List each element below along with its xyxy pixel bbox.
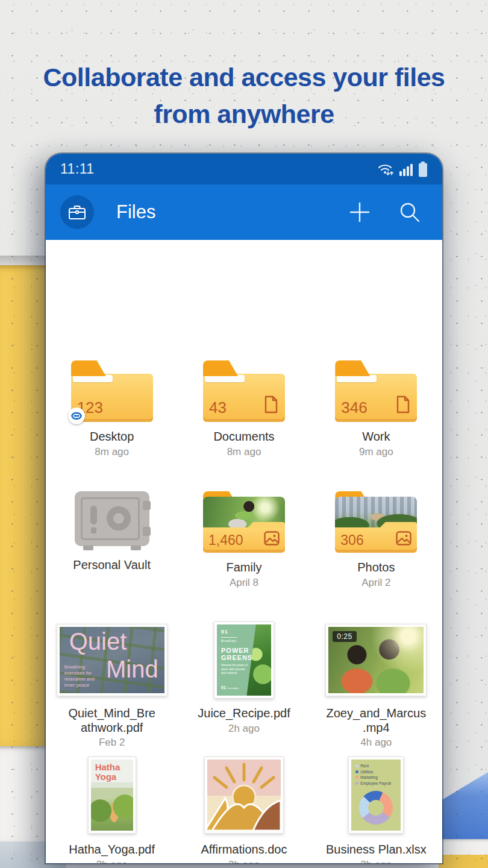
phone-frame: 11:11 (46, 154, 442, 863)
thumb-text: Breakfast (221, 639, 271, 643)
folder-tile-documents[interactable]: 43 Documents 8m ago (178, 360, 310, 458)
folder-name: Work (325, 430, 427, 444)
file-meta: 4h ago (360, 737, 392, 749)
background-paper-yellow-right (439, 855, 488, 868)
appbar-actions (349, 201, 428, 223)
folder-meta: 8m ago (227, 446, 261, 458)
status-bar: 11:11 (46, 154, 442, 184)
video-duration-badge: 0:25 (333, 631, 356, 642)
signal-icon (399, 162, 414, 177)
search-icon[interactable] (399, 201, 421, 223)
thumb-text: Cucumber (227, 687, 239, 690)
file-name: Affirmations.doc (193, 843, 295, 857)
background-paper-blue-right (439, 772, 488, 840)
folder-name: Photos (325, 561, 427, 575)
folder-name: Desktop (61, 430, 163, 444)
file-meta: 3h ago (228, 859, 260, 863)
file-tile-quiet-mind[interactable]: Quiet Mind Breathing exercises for relax… (46, 621, 178, 749)
folder-tile-work[interactable]: 346 Work 9m ago (310, 360, 442, 458)
file-grid: 123 Desktop 8m ago 43 (46, 240, 442, 863)
file-thumbnail: 0:25 (328, 627, 424, 693)
status-time: 11:11 (60, 161, 95, 177)
file-meta: 2h ago (228, 723, 260, 735)
legend-label: Employee Payroll (360, 781, 391, 785)
app-bar: Files (46, 184, 442, 240)
file-thumbnail: Rent Utilities Marketing Employee Payrol… (351, 760, 401, 831)
file-thumbnail: 01 Breakfast POWER GREENS Harness the po… (217, 624, 271, 696)
folder-tile-family[interactable]: 1,460 Family April 8 (178, 491, 310, 589)
thumb-text: 01 (221, 685, 226, 690)
folder-meta: 8m ago (95, 446, 129, 458)
file-tile-business-plan[interactable]: Rent Utilities Marketing Employee Payrol… (310, 755, 442, 863)
battery-icon (418, 162, 428, 177)
legend-label: Marketing (360, 775, 378, 779)
thumb-text: Hatha (95, 763, 120, 772)
account-button[interactable] (60, 195, 94, 229)
legend-label: Utilities (360, 770, 373, 774)
file-name: Juice_Recipe.pdf (193, 706, 295, 721)
photo-folder-icon: 1,460 (203, 491, 285, 553)
file-name: Hatha_Yoga.pdf (61, 843, 163, 857)
chart-legend: Rent Utilities Marketing Employee Payrol… (355, 764, 391, 787)
file-meta: 2h ago (96, 859, 128, 863)
document-icon (263, 395, 279, 416)
folder-item-count: 346 (341, 398, 367, 417)
folder-item-count: 43 (209, 398, 227, 417)
legend-label: Rent (360, 764, 369, 768)
folder-name: Family (193, 561, 295, 575)
thumb-text: GREENS (221, 654, 271, 661)
image-icon (396, 531, 411, 548)
thumb-text: Yoga (95, 772, 120, 782)
page-title: Files (116, 201, 155, 223)
hero-title: Collaborate and access your files from a… (33, 59, 455, 133)
file-thumbnail (207, 760, 281, 831)
file-name: Quiet_Mind_Breathwork.pdf (67, 706, 157, 735)
folder-item-count: 306 (340, 532, 363, 549)
photo-folder-icon: 306 (335, 491, 417, 553)
file-thumbnail: Hatha Yoga (91, 760, 133, 831)
background-paper-white-right (439, 839, 488, 855)
thumb-text: Quiet (69, 628, 127, 655)
document-icon (395, 395, 411, 416)
folder-item-count: 1,460 (208, 532, 243, 549)
thumb-text: Mind (106, 656, 158, 683)
sun-illustration (207, 760, 281, 831)
folder-tile-desktop[interactable]: 123 Desktop 8m ago (46, 360, 178, 458)
add-icon[interactable] (349, 201, 371, 223)
folder-name: Documents (193, 430, 295, 444)
folder-tile-personal-vault[interactable]: Personal Vault (46, 491, 178, 589)
folder-meta: April 8 (230, 577, 258, 589)
status-icons (377, 162, 428, 177)
file-tile-juice-recipe[interactable]: 01 Breakfast POWER GREENS Harness the po… (178, 621, 310, 749)
file-thumbnail: Quiet Mind Breathing exercises for relax… (60, 627, 164, 693)
file-name: Business Plan.xlsx (325, 843, 427, 857)
file-tile-zoey-video[interactable]: 0:25 Zoey_and_Marcus.mp4 4h ago (310, 621, 442, 749)
folder-icon: 43 (203, 360, 285, 422)
folder-meta: April 2 (361, 577, 390, 589)
folder-meta: 9m ago (359, 446, 393, 458)
file-tile-affirmations[interactable]: Affirmations.doc 3h ago (178, 755, 310, 863)
shared-link-icon (68, 407, 85, 424)
folder-tile-photos[interactable]: 306 Photos April 2 (310, 491, 442, 589)
vault-safe-icon (74, 491, 151, 550)
folder-icon: 346 (335, 360, 417, 422)
folder-icon: 123 (71, 360, 153, 422)
folder-name: Personal Vault (61, 558, 163, 573)
image-icon (264, 531, 280, 548)
file-meta: 2h ago (360, 859, 392, 863)
thumb-text: Harness the power of these vital mineral… (221, 664, 249, 675)
thumb-text: Breathing exercises for relaxation and i… (64, 664, 98, 688)
thumb-text: POWER (221, 647, 271, 654)
thumb-text: 01 (221, 629, 271, 635)
file-name: Zoey_and_Marcus.mp4 (325, 706, 427, 735)
briefcase-icon (68, 204, 86, 221)
file-meta: Feb 2 (99, 737, 125, 749)
wifi-icon (377, 162, 395, 177)
file-tile-hatha-yoga[interactable]: Hatha Yoga Hatha_Yoga.pdf 2h ago (46, 755, 178, 863)
donut-chart (359, 791, 393, 825)
